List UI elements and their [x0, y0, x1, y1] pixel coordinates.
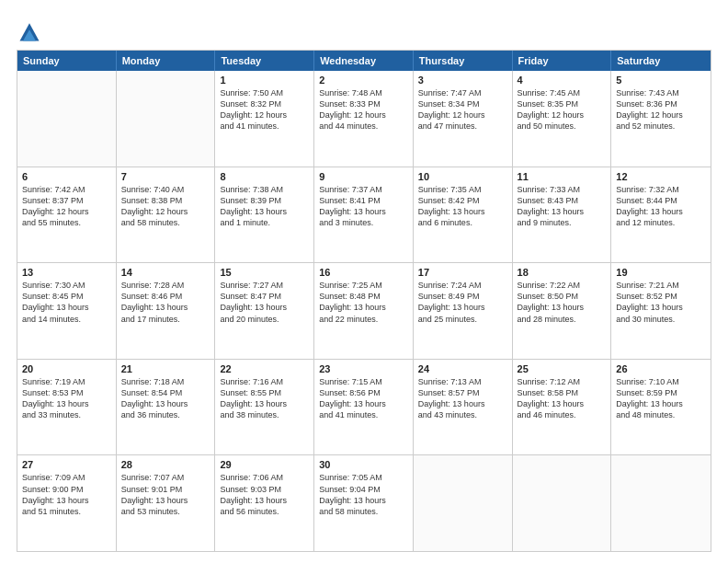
cell-info: Sunrise: 7:06 AM Sunset: 9:03 PM Dayligh… — [220, 472, 309, 517]
calendar-row-0: 1Sunrise: 7:50 AM Sunset: 8:32 PM Daylig… — [17, 71, 711, 167]
cal-cell-0-6: 5Sunrise: 7:43 AM Sunset: 8:36 PM Daylig… — [611, 71, 711, 167]
calendar: SundayMondayTuesdayWednesdayThursdayFrid… — [17, 50, 711, 552]
day-number: 27 — [22, 459, 111, 470]
day-number: 23 — [319, 363, 408, 374]
cal-cell-1-3: 9Sunrise: 7:37 AM Sunset: 8:41 PM Daylig… — [314, 167, 414, 263]
header-day-thursday: Thursday — [414, 51, 513, 71]
cell-info: Sunrise: 7:19 AM Sunset: 8:53 PM Dayligh… — [22, 376, 111, 421]
cal-cell-0-3: 2Sunrise: 7:48 AM Sunset: 8:33 PM Daylig… — [314, 71, 414, 167]
calendar-row-4: 27Sunrise: 7:09 AM Sunset: 9:00 PM Dayli… — [17, 454, 711, 551]
cell-info: Sunrise: 7:40 AM Sunset: 8:38 PM Dayligh… — [121, 184, 210, 229]
cal-cell-2-0: 13Sunrise: 7:30 AM Sunset: 8:45 PM Dayli… — [17, 263, 117, 359]
cal-cell-4-3: 30Sunrise: 7:05 AM Sunset: 9:04 PM Dayli… — [314, 455, 414, 551]
cal-cell-4-2: 29Sunrise: 7:06 AM Sunset: 9:03 PM Dayli… — [215, 455, 314, 551]
day-number: 12 — [616, 171, 706, 182]
header-day-wednesday: Wednesday — [314, 51, 414, 71]
cal-cell-4-0: 27Sunrise: 7:09 AM Sunset: 9:00 PM Dayli… — [17, 455, 117, 551]
day-number: 18 — [518, 267, 607, 278]
cal-cell-1-6: 12Sunrise: 7:32 AM Sunset: 8:44 PM Dayli… — [611, 167, 711, 263]
cell-info: Sunrise: 7:35 AM Sunset: 8:42 PM Dayligh… — [418, 184, 507, 229]
day-number: 5 — [616, 75, 706, 86]
logo — [17, 17, 46, 44]
cell-info: Sunrise: 7:25 AM Sunset: 8:48 PM Dayligh… — [319, 280, 408, 325]
day-number: 29 — [220, 459, 309, 470]
cal-cell-1-2: 8Sunrise: 7:38 AM Sunset: 8:39 PM Daylig… — [215, 167, 314, 263]
cell-info: Sunrise: 7:24 AM Sunset: 8:49 PM Dayligh… — [418, 280, 507, 325]
cell-info: Sunrise: 7:37 AM Sunset: 8:41 PM Dayligh… — [319, 184, 408, 229]
day-number: 16 — [319, 267, 408, 278]
cal-cell-2-3: 16Sunrise: 7:25 AM Sunset: 8:48 PM Dayli… — [314, 263, 414, 359]
day-number: 26 — [616, 363, 706, 374]
day-number: 28 — [121, 459, 210, 470]
cell-info: Sunrise: 7:05 AM Sunset: 9:04 PM Dayligh… — [319, 472, 408, 517]
cal-cell-1-0: 6Sunrise: 7:42 AM Sunset: 8:37 PM Daylig… — [17, 167, 117, 263]
cal-cell-4-6 — [611, 455, 711, 551]
day-number: 13 — [22, 267, 111, 278]
cell-info: Sunrise: 7:48 AM Sunset: 8:33 PM Dayligh… — [319, 87, 408, 132]
cell-info: Sunrise: 7:47 AM Sunset: 8:34 PM Dayligh… — [418, 87, 507, 132]
day-number: 3 — [418, 75, 507, 86]
cell-info: Sunrise: 7:15 AM Sunset: 8:56 PM Dayligh… — [319, 376, 408, 421]
header-day-saturday: Saturday — [611, 51, 711, 71]
day-number: 14 — [121, 267, 210, 278]
cal-cell-4-1: 28Sunrise: 7:07 AM Sunset: 9:01 PM Dayli… — [117, 455, 216, 551]
cell-info: Sunrise: 7:27 AM Sunset: 8:47 PM Dayligh… — [220, 280, 309, 325]
day-number: 21 — [121, 363, 210, 374]
cell-info: Sunrise: 7:33 AM Sunset: 8:43 PM Dayligh… — [518, 184, 607, 229]
cal-cell-3-5: 25Sunrise: 7:12 AM Sunset: 8:58 PM Dayli… — [513, 360, 612, 455]
calendar-header-row: SundayMondayTuesdayWednesdayThursdayFrid… — [17, 51, 711, 71]
cal-cell-3-4: 24Sunrise: 7:13 AM Sunset: 8:57 PM Dayli… — [414, 360, 513, 455]
cell-info: Sunrise: 7:50 AM Sunset: 8:32 PM Dayligh… — [220, 87, 309, 132]
day-number: 11 — [518, 171, 607, 182]
day-number: 8 — [220, 171, 309, 182]
cell-info: Sunrise: 7:32 AM Sunset: 8:44 PM Dayligh… — [616, 184, 706, 229]
cal-cell-1-5: 11Sunrise: 7:33 AM Sunset: 8:43 PM Dayli… — [513, 167, 612, 263]
day-number: 17 — [418, 267, 507, 278]
cal-cell-3-6: 26Sunrise: 7:10 AM Sunset: 8:59 PM Dayli… — [611, 360, 711, 455]
cell-info: Sunrise: 7:09 AM Sunset: 9:00 PM Dayligh… — [22, 472, 111, 517]
cell-info: Sunrise: 7:28 AM Sunset: 8:46 PM Dayligh… — [121, 280, 210, 325]
cal-cell-2-2: 15Sunrise: 7:27 AM Sunset: 8:47 PM Dayli… — [215, 263, 314, 359]
day-number: 9 — [319, 171, 408, 182]
cal-cell-1-1: 7Sunrise: 7:40 AM Sunset: 8:38 PM Daylig… — [117, 167, 216, 263]
cell-info: Sunrise: 7:45 AM Sunset: 8:35 PM Dayligh… — [518, 87, 607, 132]
day-number: 4 — [518, 75, 607, 86]
day-number: 25 — [518, 363, 607, 374]
cell-info: Sunrise: 7:12 AM Sunset: 8:58 PM Dayligh… — [518, 376, 607, 421]
logo-icon — [17, 18, 42, 44]
day-number: 1 — [220, 75, 309, 86]
cal-cell-0-4: 3Sunrise: 7:47 AM Sunset: 8:34 PM Daylig… — [414, 71, 513, 167]
calendar-row-1: 6Sunrise: 7:42 AM Sunset: 8:37 PM Daylig… — [17, 167, 711, 263]
cell-info: Sunrise: 7:10 AM Sunset: 8:59 PM Dayligh… — [616, 376, 706, 421]
cell-info: Sunrise: 7:38 AM Sunset: 8:39 PM Dayligh… — [220, 184, 309, 229]
day-number: 30 — [319, 459, 408, 470]
calendar-row-2: 13Sunrise: 7:30 AM Sunset: 8:45 PM Dayli… — [17, 262, 711, 359]
cell-info: Sunrise: 7:16 AM Sunset: 8:55 PM Dayligh… — [220, 376, 309, 421]
cell-info: Sunrise: 7:21 AM Sunset: 8:52 PM Dayligh… — [616, 280, 706, 325]
cell-info: Sunrise: 7:22 AM Sunset: 8:50 PM Dayligh… — [518, 280, 607, 325]
day-number: 10 — [418, 171, 507, 182]
header-day-monday: Monday — [117, 51, 216, 71]
header — [17, 17, 711, 44]
cal-cell-2-6: 19Sunrise: 7:21 AM Sunset: 8:52 PM Dayli… — [611, 263, 711, 359]
cal-cell-3-3: 23Sunrise: 7:15 AM Sunset: 8:56 PM Dayli… — [314, 360, 414, 455]
day-number: 15 — [220, 267, 309, 278]
cal-cell-0-2: 1Sunrise: 7:50 AM Sunset: 8:32 PM Daylig… — [215, 71, 314, 167]
day-number: 6 — [22, 171, 111, 182]
cal-cell-1-4: 10Sunrise: 7:35 AM Sunset: 8:42 PM Dayli… — [414, 167, 513, 263]
cal-cell-4-4 — [414, 455, 513, 551]
cell-info: Sunrise: 7:30 AM Sunset: 8:45 PM Dayligh… — [22, 280, 111, 325]
day-number: 24 — [418, 363, 507, 374]
cell-info: Sunrise: 7:07 AM Sunset: 9:01 PM Dayligh… — [121, 472, 210, 517]
cell-info: Sunrise: 7:43 AM Sunset: 8:36 PM Dayligh… — [616, 87, 706, 132]
day-number: 22 — [220, 363, 309, 374]
header-day-friday: Friday — [513, 51, 612, 71]
calendar-row-3: 20Sunrise: 7:19 AM Sunset: 8:53 PM Dayli… — [17, 359, 711, 455]
header-day-tuesday: Tuesday — [215, 51, 314, 71]
cal-cell-2-1: 14Sunrise: 7:28 AM Sunset: 8:46 PM Dayli… — [117, 263, 216, 359]
cell-info: Sunrise: 7:13 AM Sunset: 8:57 PM Dayligh… — [418, 376, 507, 421]
cal-cell-0-5: 4Sunrise: 7:45 AM Sunset: 8:35 PM Daylig… — [513, 71, 612, 167]
cal-cell-0-1 — [117, 71, 216, 167]
calendar-body: 1Sunrise: 7:50 AM Sunset: 8:32 PM Daylig… — [17, 71, 711, 551]
day-number: 19 — [616, 267, 706, 278]
